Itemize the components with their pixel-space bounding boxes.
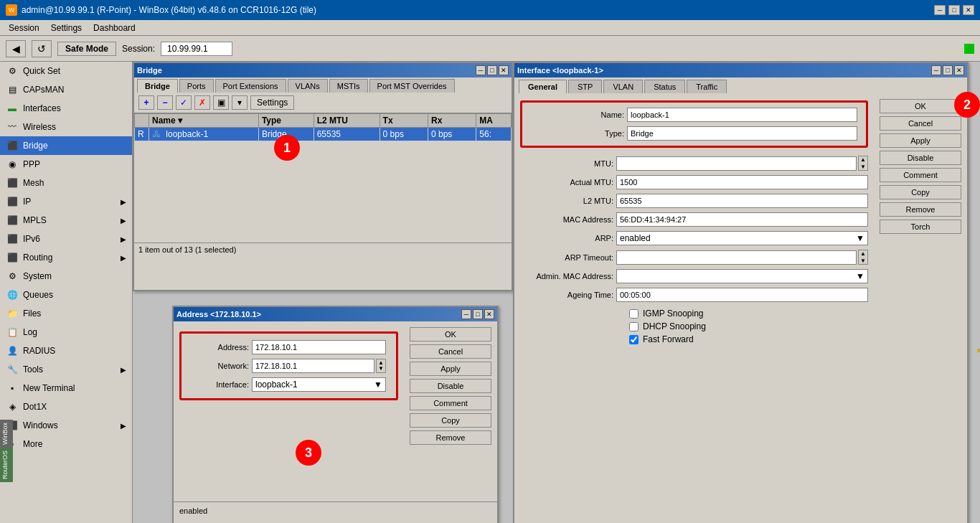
addr-apply-button[interactable]: Apply — [410, 362, 491, 376]
safemode-button[interactable]: Safe Mode — [57, 42, 116, 56]
l2mtu-input[interactable] — [616, 194, 868, 208]
back-button[interactable]: ◀ — [6, 40, 26, 57]
tab-port-extensions[interactable]: Port Extensions — [215, 79, 286, 93]
sidebar-item-queues[interactable]: 🌐 Queues — [0, 286, 132, 304]
sidebar-item-interfaces[interactable]: ▬ Interfaces — [0, 99, 132, 118]
addr-maximize-button[interactable]: □ — [473, 309, 483, 319]
addr-disable-button[interactable]: Disable — [410, 379, 491, 393]
network-input[interactable] — [252, 359, 374, 373]
bridge-minimize-button[interactable]: ─ — [476, 65, 486, 75]
interface-titlebar[interactable]: Interface <loopback-1> ─ □ ✕ — [514, 63, 967, 77]
bridge-close-button[interactable]: ✕ — [499, 65, 509, 75]
mtu-down-arrow[interactable]: ▼ — [859, 164, 867, 171]
col-tx[interactable]: Tx — [380, 114, 428, 128]
forward-button[interactable]: ↺ — [32, 40, 52, 57]
fast-forward-checkbox[interactable] — [629, 335, 639, 344]
dhcp-snooping-label[interactable]: DHCP Snooping — [514, 321, 868, 331]
iface-maximize-button[interactable]: □ — [943, 65, 953, 75]
sidebar-item-quick-set[interactable]: ⚙ Quick Set — [0, 62, 132, 80]
iface-apply-button[interactable]: Apply — [880, 133, 961, 148]
title-bar-controls[interactable]: ─ □ ✕ — [934, 5, 974, 15]
iface-tab-traffic[interactable]: Traffic — [687, 80, 727, 93]
filter-button[interactable]: ▾ — [232, 95, 248, 110]
sidebar-item-ppp[interactable]: ◉ PPP — [0, 155, 132, 174]
interface-window-controls[interactable]: ─ □ ✕ — [931, 65, 964, 75]
bridge-window-controls[interactable]: ─ □ ✕ — [476, 65, 509, 75]
sidebar-item-files[interactable]: 📁 Files — [0, 304, 132, 323]
col-name[interactable]: Name ▾ — [149, 114, 259, 128]
addr-cancel-button[interactable]: Cancel — [410, 344, 491, 359]
mac-address-input[interactable] — [616, 212, 868, 227]
mtu-spinner[interactable]: ▲ ▼ — [858, 156, 868, 171]
maximize-button[interactable]: □ — [948, 5, 960, 15]
move-button[interactable]: ▣ — [213, 95, 229, 110]
sidebar-item-radius[interactable]: 👤 RADIUS — [0, 341, 132, 360]
close-button[interactable]: ✕ — [963, 5, 974, 15]
igmp-snooping-checkbox[interactable] — [629, 309, 639, 319]
sidebar-item-system[interactable]: ⚙ System — [0, 267, 132, 286]
sidebar-item-routing[interactable]: ⬛ Routing ▶ — [0, 248, 132, 267]
network-spinner[interactable]: ▲ ▼ — [376, 359, 386, 373]
menu-session[interactable]: Session — [3, 22, 45, 34]
arp-select[interactable]: enabled ▼ — [616, 231, 868, 245]
col-l2mtu[interactable]: L2 MTU — [314, 114, 380, 128]
address-input[interactable] — [252, 340, 386, 354]
menu-settings[interactable]: Settings — [45, 22, 88, 34]
check-button[interactable]: ✓ — [176, 95, 192, 110]
tab-vlans[interactable]: VLANs — [288, 79, 328, 93]
arp-timeout-spinner[interactable]: ▲ ▼ — [858, 250, 868, 265]
mtu-input[interactable] — [616, 156, 857, 171]
sidebar-item-mesh[interactable]: ⬛ Mesh — [0, 174, 132, 192]
dhcp-snooping-checkbox[interactable] — [629, 322, 639, 331]
iface-torch-button[interactable]: Torch — [880, 220, 961, 234]
actual-mtu-input[interactable] — [616, 175, 868, 189]
tab-ports[interactable]: Ports — [179, 79, 214, 93]
cancel-button[interactable]: ✗ — [194, 95, 210, 110]
bridge-titlebar[interactable]: Bridge ─ □ ✕ — [134, 63, 512, 77]
addr-minimize-button[interactable]: ─ — [461, 309, 471, 319]
iface-cancel-button[interactable]: Cancel — [880, 116, 961, 131]
iface-ok-button[interactable]: OK — [880, 99, 961, 113]
minimize-button[interactable]: ─ — [934, 5, 946, 15]
tab-bridge[interactable]: Bridge — [137, 79, 178, 93]
address-window-controls[interactable]: ─ □ ✕ — [461, 309, 494, 319]
addr-ok-button[interactable]: OK — [410, 327, 491, 341]
sidebar-item-dot1x[interactable]: ◈ Dot1X — [0, 397, 132, 416]
iface-minimize-button[interactable]: ─ — [931, 65, 941, 75]
tab-port-mst-overrides[interactable]: Port MST Overrides — [369, 79, 455, 93]
sidebar-item-ip[interactable]: ⬛ IP ▶ — [0, 192, 132, 211]
addr-comment-button[interactable]: Comment — [410, 396, 491, 410]
col-flag[interactable] — [135, 114, 149, 128]
sidebar-item-mpls[interactable]: ⬛ MPLS ▶ — [0, 211, 132, 230]
mtu-up-arrow[interactable]: ▲ — [859, 156, 867, 164]
col-ma[interactable]: MA — [476, 114, 512, 128]
iface-tab-general[interactable]: General — [519, 80, 567, 93]
name-input[interactable] — [627, 108, 857, 122]
settings-button[interactable]: Settings — [250, 95, 294, 110]
add-button[interactable]: + — [138, 95, 154, 110]
sidebar-item-log[interactable]: 📋 Log — [0, 323, 132, 341]
col-type[interactable]: Type — [258, 114, 314, 128]
iface-copy-button[interactable]: Copy — [880, 185, 961, 199]
sidebar-item-bridge[interactable]: ⬛ Bridge — [0, 136, 132, 155]
addr-remove-button[interactable]: Remove — [410, 430, 491, 445]
sidebar-item-capsman[interactable]: ▤ CAPsMAN — [0, 80, 132, 99]
menu-dashboard[interactable]: Dashboard — [88, 22, 141, 34]
iface-tab-stp[interactable]: STP — [568, 80, 602, 93]
iface-comment-button[interactable]: Comment — [880, 168, 961, 182]
iface-disable-button[interactable]: Disable — [880, 151, 961, 165]
arp-timeout-input[interactable] — [616, 250, 857, 265]
admin-mac-select[interactable]: ▼ — [616, 269, 868, 283]
sidebar-item-new-terminal[interactable]: ▪ New Terminal — [0, 379, 132, 397]
type-input[interactable] — [627, 126, 857, 141]
ageing-time-input[interactable] — [616, 288, 868, 302]
table-row[interactable]: R 🖧 loopback-1 Bridge 65535 0 bps 0 bps … — [135, 128, 512, 141]
interface-select[interactable]: loopback-1 ▼ — [252, 377, 386, 392]
iface-tab-status[interactable]: Status — [644, 80, 685, 93]
iface-tab-vlan[interactable]: VLAN — [603, 80, 643, 93]
col-rx[interactable]: Rx — [428, 114, 476, 128]
fast-forward-label[interactable]: Fast Forward — [514, 334, 868, 344]
sidebar-item-tools[interactable]: 🔧 Tools ▶ — [0, 360, 132, 379]
addr-copy-button[interactable]: Copy — [410, 413, 491, 428]
remove-button[interactable]: − — [157, 95, 173, 110]
